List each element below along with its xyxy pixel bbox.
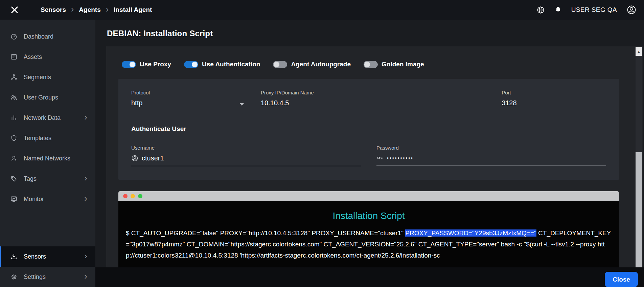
sidebar-item-monitor[interactable]: Monitor › — [0, 189, 95, 209]
account-icon[interactable] — [626, 5, 637, 15]
sidebar-item-label: Tags — [24, 175, 78, 182]
terminal-window: Installation Script $ CT_AUTO_UPGRADE="f… — [118, 191, 619, 267]
templates-icon — [10, 134, 18, 142]
xshield-logo-icon — [10, 5, 19, 14]
breadcrumb-install-agent: Install Agent — [114, 6, 152, 14]
script-highlight: PROXY_PASSWORD="Y29sb3JzMzIxMQ==" — [405, 229, 536, 237]
chevron-right-icon: › — [84, 272, 87, 281]
sidebar-item-label: Network Data — [24, 114, 78, 122]
tags-icon — [10, 175, 18, 182]
sidebar-item-assets[interactable]: Assets — [0, 47, 95, 67]
sidebar-item-label: Sensors — [24, 253, 78, 260]
segments-icon — [10, 73, 18, 81]
sidebar-item-dashboard[interactable]: Dashboard — [0, 26, 95, 47]
username-value: ctuser1 — [142, 154, 164, 162]
terminal-body: Installation Script $ CT_AUTO_UPGRADE="f… — [118, 201, 619, 267]
use-authentication-switch[interactable] — [184, 61, 198, 68]
proxy-ip-label: Proxy IP/Domain Name — [261, 90, 486, 95]
app-logo[interactable] — [0, 5, 29, 14]
protocol-field: Protocol http — [131, 90, 245, 111]
authenticate-user-heading: Authenticate User — [131, 125, 606, 133]
user-label: USER SEG QA — [571, 6, 617, 14]
sidebar-item-network-data[interactable]: Network Data › — [0, 108, 95, 128]
topbar: Sensors › Agents › Install Agent USER SE… — [0, 0, 644, 20]
sidebar-item-label: User Groups — [24, 94, 87, 101]
protocol-value: http — [131, 99, 142, 107]
scrollbar-up-button[interactable]: ▲ — [636, 47, 642, 56]
toggle-row: Use Proxy Use Authentication Agent Autou… — [122, 61, 619, 68]
chevron-right-icon: › — [84, 194, 87, 203]
sidebar-item-sensors[interactable]: Sensors › — [0, 246, 95, 267]
monitor-icon — [10, 195, 18, 203]
topbar-right: USER SEG QA — [536, 5, 644, 15]
main-content: DEBIAN: Installation Script Use Proxy Us… — [95, 20, 644, 287]
proxy-fields-row: Protocol http Proxy IP/Domain Name 10.10… — [131, 90, 606, 111]
breadcrumb-chevron-icon: › — [71, 5, 74, 14]
toggle-label: Agent Autoupgrade — [291, 61, 351, 68]
auth-fields-row: Username ctuser1 Password — [131, 145, 606, 166]
chevron-right-icon: › — [84, 251, 87, 260]
port-label: Port — [502, 90, 606, 95]
toggle-label: Use Authentication — [202, 61, 260, 68]
port-value: 3128 — [502, 99, 517, 107]
sidebar-item-label: Segments — [24, 74, 87, 81]
sidebar-item-label: Settings — [24, 273, 78, 281]
bell-icon[interactable] — [554, 6, 562, 14]
dropdown-caret-icon[interactable] — [240, 103, 244, 106]
chevron-right-icon: › — [84, 113, 87, 122]
script-before: $ CT_AUTO_UPGRADE="false" PROXY="http://… — [126, 229, 405, 237]
protocol-label: Protocol — [131, 90, 245, 95]
proxy-ip-value: 10.10.4.5 — [261, 99, 289, 107]
breadcrumb: Sensors › Agents › Install Agent — [41, 6, 152, 14]
close-button[interactable]: Close — [605, 272, 638, 287]
sidebar-item-templates[interactable]: Templates — [0, 128, 95, 148]
port-field: Port 3128 — [502, 90, 606, 111]
scrollbar-thumb[interactable] — [636, 152, 642, 267]
sidebar: Dashboard Assets Segments User Groups Ne… — [0, 20, 95, 287]
protocol-select[interactable]: http — [131, 99, 245, 111]
toggle-agent-autoupgrade: Agent Autoupgrade — [273, 61, 351, 68]
window-maximize-dot-icon — [138, 194, 142, 198]
proxy-ip-input[interactable]: 10.10.4.5 — [261, 99, 486, 111]
toggle-label: Golden Image — [382, 61, 424, 68]
toggle-use-proxy: Use Proxy — [122, 61, 171, 68]
toggle-golden-image: Golden Image — [364, 61, 424, 68]
agent-autoupgrade-switch[interactable] — [273, 61, 287, 68]
assets-icon — [10, 53, 18, 61]
sidebar-item-user-groups[interactable]: User Groups — [0, 87, 95, 108]
key-icon — [376, 154, 384, 161]
breadcrumb-agents[interactable]: Agents — [79, 6, 100, 14]
settings-icon — [10, 273, 18, 281]
window-minimize-dot-icon — [131, 194, 135, 198]
dashboard-icon — [10, 33, 18, 40]
golden-image-switch[interactable] — [364, 61, 378, 68]
sidebar-item-named-networks[interactable]: Named Networks — [0, 148, 95, 169]
install-script-text: $ CT_AUTO_UPGRADE="false" PROXY="http://… — [126, 227, 612, 261]
person-icon — [131, 155, 138, 162]
globe-icon[interactable] — [536, 6, 545, 14]
sidebar-item-tags[interactable]: Tags › — [0, 169, 95, 189]
breadcrumb-chevron-icon: › — [106, 5, 109, 14]
sidebar-item-label: Dashboard — [24, 33, 87, 40]
network-data-icon — [10, 114, 18, 122]
sidebar-item-label: Named Networks — [24, 155, 87, 162]
sidebar-item-label: Monitor — [24, 196, 78, 203]
password-input[interactable]: •••••••••• — [376, 154, 606, 165]
breadcrumb-sensors[interactable]: Sensors — [41, 6, 66, 14]
port-input[interactable]: 3128 — [502, 99, 606, 111]
username-input[interactable]: ctuser1 — [131, 154, 361, 166]
layout: Dashboard Assets Segments User Groups Ne… — [0, 20, 644, 287]
sidebar-item-label: Templates — [24, 135, 87, 142]
bottom-bar: Close — [95, 267, 644, 287]
install-agent-panel: Use Proxy Use Authentication Agent Autou… — [106, 46, 643, 267]
terminal-titlebar — [118, 191, 619, 201]
sidebar-item-segments[interactable]: Segments — [0, 67, 95, 87]
chevron-right-icon: › — [84, 174, 87, 182]
sidebar-item-settings[interactable]: Settings › — [0, 267, 95, 287]
proxy-form-card: Protocol http Proxy IP/Domain Name 10.10… — [118, 79, 619, 180]
use-proxy-switch[interactable] — [122, 61, 136, 68]
password-field: Password •••••••••• — [376, 145, 606, 166]
username-field: Username ctuser1 — [131, 145, 361, 166]
vertical-scrollbar[interactable]: ▲ — [636, 47, 642, 267]
toggle-label: Use Proxy — [140, 61, 171, 68]
